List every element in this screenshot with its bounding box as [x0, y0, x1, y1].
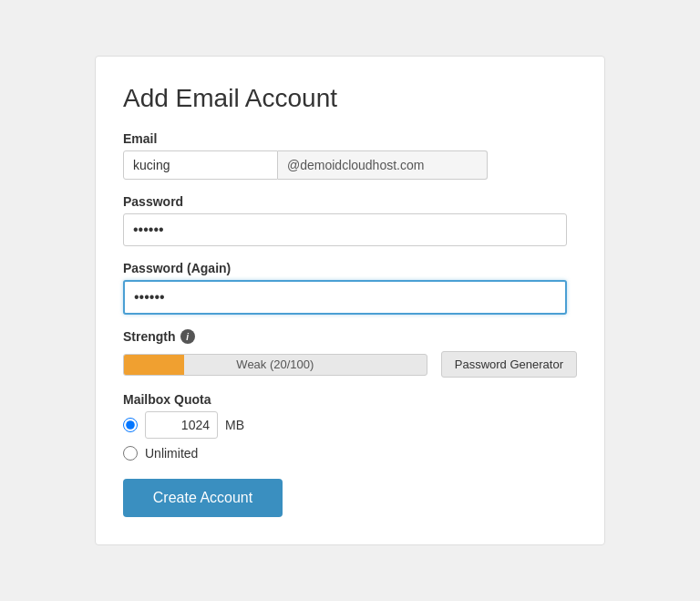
password-again-group: Password (Again): [123, 261, 577, 315]
password-again-input[interactable]: [123, 280, 567, 315]
password-label: Password: [123, 194, 577, 209]
unlimited-label: Unlimited: [145, 446, 198, 461]
strength-text: Weak (20/100): [124, 355, 427, 375]
page-title: Add Email Account: [123, 84, 577, 113]
mailbox-quota-label: Mailbox Quota: [123, 392, 577, 407]
quota-mb-radio[interactable]: [123, 418, 138, 432]
email-row: @demoidcloudhost.com: [123, 150, 577, 180]
password-generator-button[interactable]: Password Generator: [441, 351, 577, 378]
email-local-input[interactable]: [123, 150, 278, 180]
strength-label-text: Strength: [123, 329, 176, 344]
quota-value-input[interactable]: [145, 411, 218, 439]
quota-unlimited-option: Unlimited: [123, 446, 577, 461]
email-label: Email: [123, 131, 577, 146]
quota-unit-label: MB: [225, 418, 244, 432]
strength-label-row: Strength i: [123, 329, 577, 344]
quota-unlimited-radio[interactable]: [123, 446, 138, 461]
password-input[interactable]: [123, 213, 567, 246]
create-account-button[interactable]: Create Account: [123, 479, 283, 517]
email-group: Email @demoidcloudhost.com: [123, 131, 577, 180]
password-group: Password: [123, 194, 577, 246]
strength-row: Weak (20/100) Password Generator: [123, 351, 577, 378]
email-domain-display: @demoidcloudhost.com: [278, 150, 488, 180]
form-container: Add Email Account Email @demoidcloudhost…: [95, 56, 605, 545]
strength-bar-container: Weak (20/100): [123, 354, 427, 376]
quota-mb-option: MB: [123, 411, 577, 439]
strength-info-icon[interactable]: i: [180, 329, 195, 344]
mailbox-quota-group: Mailbox Quota MB Unlimited: [123, 392, 577, 461]
password-again-label: Password (Again): [123, 261, 577, 275]
strength-section: Strength i Weak (20/100) Password Genera…: [123, 329, 577, 378]
